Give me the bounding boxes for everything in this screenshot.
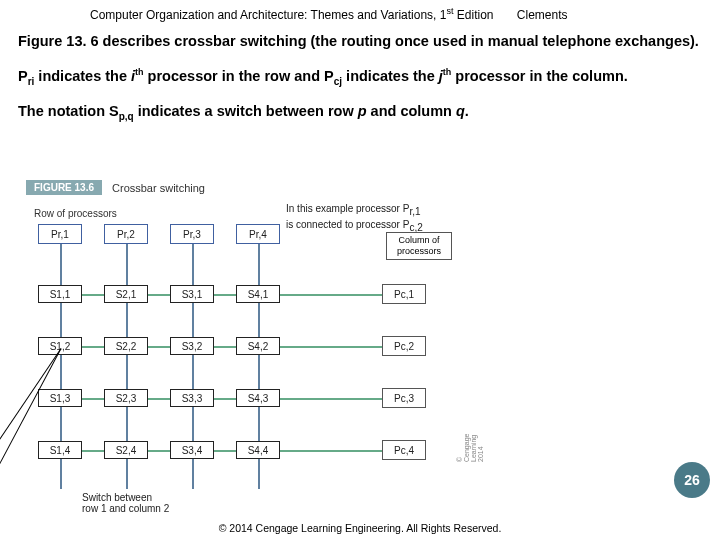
p3c: and column (367, 103, 456, 119)
p3p: p (358, 103, 367, 119)
sw-3-4: S3,4 (170, 441, 214, 459)
info1: In this example processor P (286, 203, 409, 214)
sw-3-1: S3,1 (170, 285, 214, 303)
pr-box-4: Pr,4 (236, 224, 280, 244)
paragraph-2: Pri indicates the ith processor in the r… (0, 56, 720, 92)
pc-box-3: Pc,3 (382, 388, 426, 408)
info2: is connected to processor P (286, 219, 409, 230)
paragraph-3: The notation Sp,q indicates a switch bet… (0, 92, 720, 127)
p2e: processor in the column. (451, 67, 627, 83)
sw-1-1: S1,1 (38, 285, 82, 303)
hline-1 (38, 294, 400, 296)
p2c: processor in the row and P (144, 67, 334, 83)
coll1: Column of (398, 235, 439, 245)
figure-title: Crossbar switching (102, 182, 205, 194)
hline-3 (38, 398, 400, 400)
sw-4-4: S4,4 (236, 441, 280, 459)
pc-box-4: Pc,4 (382, 440, 426, 460)
p3pq: p,q (119, 111, 134, 122)
author: Clements (517, 8, 568, 22)
example-text: In this example processor Pr,1 is connec… (286, 202, 423, 234)
sw-2-2: S2,2 (104, 337, 148, 355)
anno1: Switch between (82, 492, 152, 503)
figure-number: FIGURE 13.6 (26, 180, 102, 195)
footer-copyright: © 2014 Cengage Learning Engineering. All… (0, 522, 720, 534)
column-processors-label: Column ofprocessors (386, 232, 452, 260)
row-processors-label: Row of processors (34, 208, 117, 219)
header-line: Computer Organization and Architecture: … (0, 0, 720, 22)
diagram-grid: Row of processors In this example proces… (26, 202, 446, 512)
sw-1-4: S1,4 (38, 441, 82, 459)
info1s: r,1 (409, 206, 420, 217)
sw-4-3: S4,3 (236, 389, 280, 407)
figure-header: FIGURE 13.6 Crossbar switching (26, 180, 476, 195)
p2d: indicates the (342, 67, 439, 83)
copyright-vertical: © Cengage Learning 2014 (456, 452, 466, 462)
book-title: Computer Organization and Architecture: … (90, 8, 446, 22)
pr-box-2: Pr,2 (104, 224, 148, 244)
sw-4-2: S4,2 (236, 337, 280, 355)
sw-1-2: S1,2 (38, 337, 82, 355)
p3a: The notation S (18, 103, 119, 119)
p2b: indicates the (34, 67, 131, 83)
edition-word: Edition (457, 8, 494, 22)
p1-text: Figure 13. 6 describes crossbar switchin… (18, 33, 699, 49)
p2th: th (135, 67, 144, 77)
p2cj: cj (334, 75, 342, 86)
p3q: q (456, 103, 465, 119)
hline-4 (38, 450, 400, 452)
sw-4-1: S4,1 (236, 285, 280, 303)
pc-box-2: Pc,2 (382, 336, 426, 356)
p2a: P (18, 67, 28, 83)
edition-sup: st (446, 6, 453, 16)
anno-line-2 (0, 348, 61, 498)
paragraph-1: Figure 13. 6 describes crossbar switchin… (0, 22, 720, 56)
sw-3-2: S3,2 (170, 337, 214, 355)
pr-box-1: Pr,1 (38, 224, 82, 244)
anno-line-1 (0, 348, 61, 494)
sw-2-4: S2,4 (104, 441, 148, 459)
sw-3-3: S3,3 (170, 389, 214, 407)
figure-13-6: FIGURE 13.6 Crossbar switching Row of pr… (26, 180, 476, 514)
sw-2-1: S2,1 (104, 285, 148, 303)
sw-1-3: S1,3 (38, 389, 82, 407)
pr-box-3: Pr,3 (170, 224, 214, 244)
page-number-badge: 26 (674, 462, 710, 498)
sw-2-3: S2,3 (104, 389, 148, 407)
coll2: processors (397, 246, 441, 256)
anno2: row 1 and column 2 (82, 503, 169, 514)
p3d: . (465, 103, 469, 119)
annotation-text: Switch betweenrow 1 and column 2 (82, 492, 169, 514)
p3b: indicates a switch between row (134, 103, 358, 119)
pc-box-1: Pc,1 (382, 284, 426, 304)
hline-2 (38, 346, 400, 348)
